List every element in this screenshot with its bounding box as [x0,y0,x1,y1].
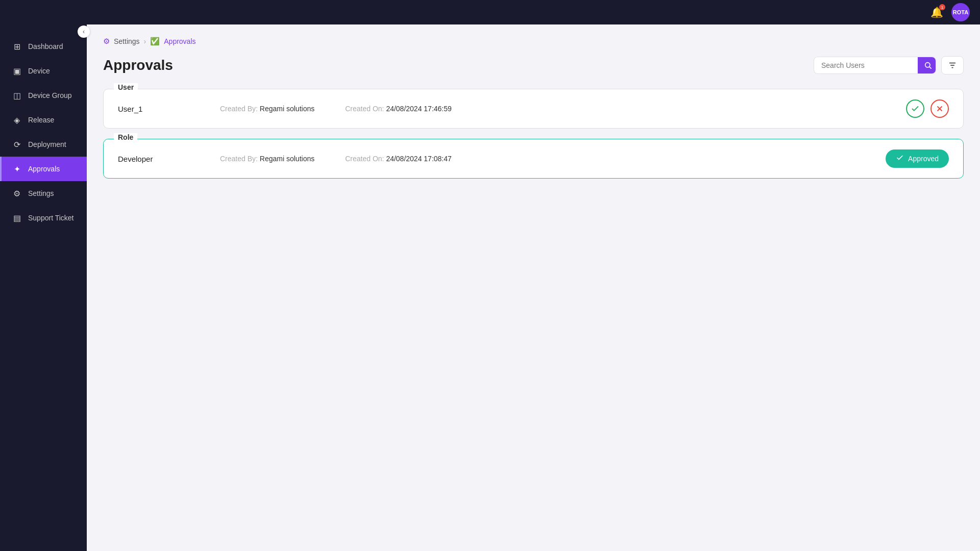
role-created-by-value: Regami solutions [260,155,314,163]
role-group-section: Role Developer Created By: Regami soluti… [103,139,964,179]
approvals-icon: ✦ [12,164,22,174]
sidebar-label-approvals: Approvals [28,165,60,173]
role-row: Developer Created By: Regami solutions C… [104,139,963,178]
search-input[interactable] [814,57,918,73]
page-header: Approvals [103,56,964,74]
notification-icon[interactable]: 🔔 1 [930,6,943,18]
role-created-by: Created By: Regami solutions [220,155,314,163]
approved-badge: Approved [886,149,949,168]
topbar: 🔔 1 ROTA [0,0,980,24]
sidebar-item-device-group[interactable]: ◫ Device Group [0,83,87,108]
role-actions: Approved [886,149,949,168]
user-actions [906,99,949,118]
page-title: Approvals [103,57,173,73]
role-name: Developer [118,155,210,163]
search-button[interactable] [918,57,936,73]
user-name: User_1 [118,105,210,113]
user-created-by: Created By: Regami solutions [220,105,314,113]
user-approve-button[interactable] [906,99,924,118]
deployment-icon: ⟳ [12,139,22,149]
svg-line-1 [929,67,932,69]
breadcrumb-separator: › [144,37,146,45]
header-actions [814,56,964,74]
sidebar-label-support: Support Ticket [28,214,74,222]
support-icon: ▤ [12,213,22,223]
sidebar-item-release[interactable]: ◈ Release [0,108,87,132]
user-created-by-label: Created By: [220,105,260,113]
sidebar-label-deployment: Deployment [28,140,66,148]
role-created-by-label: Created By: [220,155,260,163]
sidebar-label-settings: Settings [28,189,54,197]
sidebar-label-device-group: Device Group [28,91,72,99]
user-created-on-label: Created On: [345,105,386,113]
search-box [814,57,936,74]
approvals-bc-icon: ✅ [150,37,160,46]
sidebar-collapse-button[interactable]: ‹ [78,26,90,38]
sidebar-label-release: Release [28,116,54,124]
breadcrumb-settings[interactable]: Settings [114,37,140,45]
avatar[interactable]: ROTA [951,3,970,21]
settings-bc-icon: ⚙ [103,37,110,46]
device-group-icon: ◫ [12,90,22,101]
approved-label: Approved [908,155,939,163]
device-icon: ▣ [12,66,22,76]
topbar-right: 🔔 1 ROTA [930,3,970,21]
svg-point-0 [925,63,930,67]
main-content: ⚙ Settings › ✅ Approvals Approvals [87,24,980,551]
approved-check-icon [896,154,904,164]
sidebar-nav: ⊞ Dashboard ▣ Device ◫ Device Group ◈ Re… [0,29,87,551]
user-reject-button[interactable] [930,99,949,118]
sidebar-item-support-ticket[interactable]: ▤ Support Ticket [0,206,87,230]
sidebar-item-approvals[interactable]: ✦ Approvals [0,157,87,181]
dashboard-icon: ⊞ [12,41,22,52]
user-group-section: User User_1 Created By: Regami solutions… [103,89,964,129]
role-created-on: Created On: 24/08/2024 17:08:47 [345,155,452,163]
user-created-on: Created On: 24/08/2024 17:46:59 [345,105,452,113]
user-created-on-value: 24/08/2024 17:46:59 [386,105,451,113]
breadcrumb: ⚙ Settings › ✅ Approvals [103,37,964,46]
role-group-card: Role Developer Created By: Regami soluti… [103,139,964,179]
release-icon: ◈ [12,115,22,125]
breadcrumb-approvals: Approvals [164,37,195,45]
user-created-by-value: Regami solutions [260,105,314,113]
user-meta: Created By: Regami solutions Created On:… [220,105,896,113]
role-meta: Created By: Regami solutions Created On:… [220,155,875,163]
main-wrap: ⚙ Settings › ✅ Approvals Approvals [87,24,980,551]
settings-icon: ⚙ [12,188,22,198]
role-group-label: Role [114,133,137,141]
sidebar-item-device[interactable]: ▣ Device [0,59,87,83]
sidebar: ⠿ ROTA ⊞ Dashboard ▣ Device ◫ Device Gro… [0,0,87,551]
role-created-on-label: Created On: [345,155,386,163]
role-created-on-value: 24/08/2024 17:08:47 [386,155,451,163]
user-group-card: User User_1 Created By: Regami solutions… [103,89,964,129]
sidebar-item-settings[interactable]: ⚙ Settings [0,181,87,206]
filter-button[interactable] [941,56,964,74]
sidebar-label-dashboard: Dashboard [28,42,63,51]
sidebar-item-deployment[interactable]: ⟳ Deployment [0,132,87,157]
user-row: User_1 Created By: Regami solutions Crea… [104,89,963,128]
sidebar-item-dashboard[interactable]: ⊞ Dashboard [0,34,87,59]
sidebar-label-device: Device [28,67,50,75]
user-group-label: User [114,83,138,91]
notification-badge: 1 [939,4,945,10]
